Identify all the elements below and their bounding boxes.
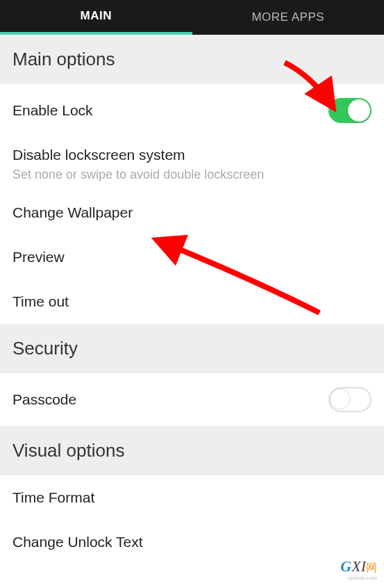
tab-main[interactable]: MAIN [0,0,192,35]
row-enable-lock[interactable]: Enable Lock [0,84,384,137]
disable-lockscreen-label: Disable lockscreen system [12,147,185,163]
section-title: Main options [12,49,115,70]
change-unlock-text-label: Change Unlock Text [12,534,143,550]
section-title: Security [12,338,78,359]
tab-more-apps-label: MORE APPS [251,10,324,24]
toggle-knob [330,389,351,409]
row-time-out[interactable]: Time out [0,279,384,324]
tab-bar: MAIN MORE APPS [0,0,384,35]
watermark-g: G [340,557,351,575]
preview-label: Preview [12,249,65,266]
disable-lockscreen-subtitle: Set none or swipe to avoid double locksc… [12,168,264,182]
row-disable-lockscreen[interactable]: Disable lockscreen system Set none or sw… [0,137,384,190]
enable-lock-toggle[interactable] [328,98,372,123]
watermark: GXI网 system.com [340,557,377,581]
watermark-xi: XI [351,557,366,575]
section-header-security: Security [0,324,384,373]
section-title: Visual options [12,440,124,461]
passcode-toggle[interactable] [328,387,372,412]
toggle-knob [348,99,370,122]
row-time-format[interactable]: Time Format [0,475,384,520]
watermark-net: 网 [366,562,377,573]
row-preview[interactable]: Preview [0,235,384,279]
time-out-label: Time out [12,293,69,310]
tab-more-apps[interactable]: MORE APPS [192,0,385,35]
row-change-wallpaper[interactable]: Change Wallpaper [0,190,384,235]
time-format-label: Time Format [12,489,94,506]
section-header-visual-options: Visual options [0,426,384,475]
section-header-main-options: Main options [0,35,384,84]
row-passcode[interactable]: Passcode [0,373,384,426]
watermark-sub: system.com [340,574,377,581]
row-change-unlock-text[interactable]: Change Unlock Text [0,520,384,564]
change-wallpaper-label: Change Wallpaper [12,204,133,221]
tab-main-label: MAIN [81,9,112,23]
enable-lock-label: Enable Lock [12,102,93,119]
passcode-label: Passcode [12,391,76,408]
